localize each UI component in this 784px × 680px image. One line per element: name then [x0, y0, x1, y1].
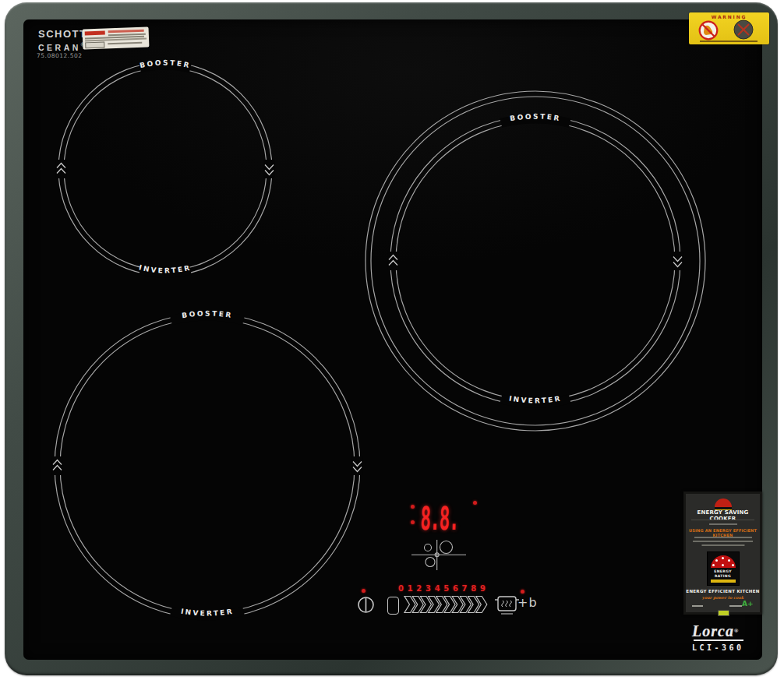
- steam-waves-icon: [502, 601, 512, 607]
- level-8: 8: [471, 584, 476, 593]
- level-9: 9: [480, 584, 486, 593]
- level-6: 6: [453, 584, 458, 593]
- level-7: 7: [462, 584, 468, 593]
- level-3: 3: [426, 584, 431, 593]
- level-2: 2: [416, 584, 422, 593]
- level-1: 1: [408, 584, 413, 593]
- badge-line1: ENERGY: [708, 569, 739, 573]
- brand-model: LCI-360: [692, 643, 758, 652]
- display-indicator-dot: [473, 501, 477, 505]
- cooktop-frame: [5, 2, 778, 675]
- spec-sticker: [83, 27, 150, 50]
- level-5: 5: [443, 584, 449, 593]
- power-level-scale: 0 1 2 3 4 5 6 7 8 9: [398, 584, 486, 593]
- warning-caption-microtext: [700, 41, 758, 42]
- ceramic-glass-surface: [23, 19, 762, 660]
- crossed-circle-icon: [733, 19, 754, 40]
- keep-warm-key[interactable]: [494, 594, 521, 617]
- brand-block: Lorca® LCI-360: [692, 622, 758, 652]
- booster-indicator-dot: [521, 590, 524, 594]
- power-level-display: 8.8.: [420, 499, 457, 539]
- warning-sticker: WARNING: [689, 12, 769, 44]
- brand-registered-mark-icon: ®: [734, 628, 739, 634]
- badge-yellow-bar: [711, 580, 736, 583]
- sticker-code-box: [85, 42, 104, 49]
- sticker-red-text-block: [85, 30, 105, 35]
- pause-lock-key[interactable]: [387, 597, 399, 615]
- power-button[interactable]: [355, 594, 376, 615]
- power-level-slider[interactable]: [401, 594, 501, 615]
- energy-grade: A+: [742, 600, 754, 608]
- glass-model-code: 75.08012.502: [37, 52, 83, 59]
- schott-ceran-logo: SCHOTT CERAN®: [38, 28, 87, 52]
- no-touch-hot-surface-icon: [698, 20, 719, 41]
- badge-line2: RATING: [708, 574, 739, 578]
- cooktop-photo: BOOSTER INVERTER BOOSTER INVERTER BOOSTE…: [0, 0, 784, 680]
- level-4: 4: [435, 584, 440, 593]
- level-0: 0: [398, 584, 404, 593]
- energy-green-box: [718, 610, 729, 616]
- warning-title: WARNING: [689, 14, 769, 19]
- power-indicator-dot: [362, 589, 366, 593]
- energy-rating-dome-icon: [711, 555, 736, 568]
- display-dot-left-bottom: [411, 520, 415, 524]
- booster-key[interactable]: +b: [517, 595, 538, 610]
- energy-rating-badge: ENERGY RATING: [707, 551, 740, 586]
- schott-logo-line2: CERAN: [38, 43, 81, 52]
- energy-footer-title: ENERGY EFFICIENT KITCHEN: [686, 589, 760, 594]
- brand-underline: [694, 639, 743, 641]
- key-caption-microtext: [501, 613, 513, 615]
- energy-saving-sticker: ENERGY SAVING COOKER USING AN ENERGY EFF…: [683, 492, 762, 615]
- schott-logo-line1: SCHOTT: [38, 28, 87, 40]
- energy-logo-icon: [715, 499, 732, 509]
- display-dot-left-top: [411, 505, 415, 509]
- brand-name: Lorca: [692, 622, 734, 639]
